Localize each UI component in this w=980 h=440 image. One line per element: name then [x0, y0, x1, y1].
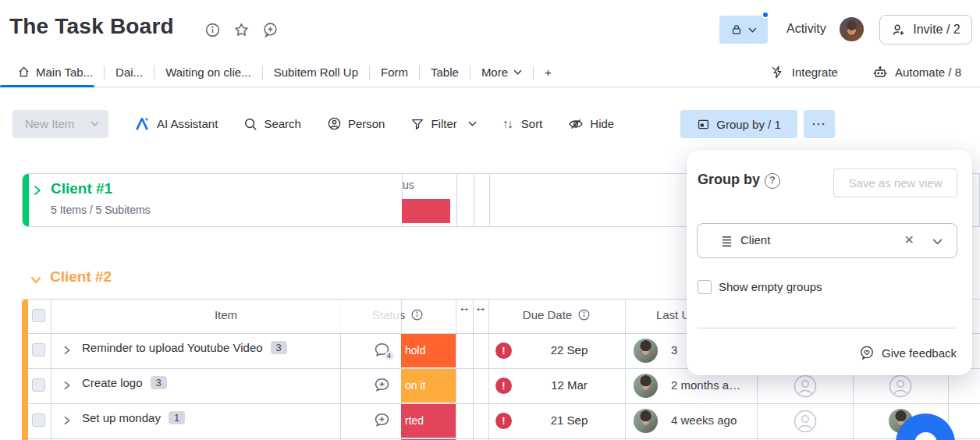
group-by-popup: Group by ? Save as new view Client ✕ Sho…: [687, 150, 972, 375]
conversation-button[interactable]: 4: [362, 341, 401, 359]
save-as-new-view-button[interactable]: Save as new view: [833, 169, 957, 197]
group-color-bar: [22, 299, 28, 440]
automate-button[interactable]: Automate / 8: [872, 65, 961, 80]
new-item-button[interactable]: New Item: [12, 110, 108, 138]
activity-button[interactable]: Activity: [786, 22, 826, 36]
tab-form[interactable]: Form: [370, 66, 419, 79]
empty-person-icon[interactable]: [794, 374, 817, 398]
tab-bar: Main Tab... Dai... Waiting on clie... Su…: [0, 58, 980, 87]
funnel-icon: [410, 117, 424, 131]
row-checkbox[interactable]: [32, 378, 45, 392]
status-label: rted: [405, 414, 424, 427]
tab-table[interactable]: Table: [420, 66, 470, 79]
board-permissions-button[interactable]: [719, 16, 768, 44]
clear-field-icon[interactable]: ✕: [904, 232, 914, 247]
hide-button[interactable]: Hide: [568, 116, 614, 132]
due-date-cell[interactable]: 12 Mar: [513, 378, 625, 392]
add-conversation-button[interactable]: [362, 411, 401, 429]
chat-widget-logo: [914, 432, 937, 440]
chevron-down-icon[interactable]: [932, 238, 943, 245]
integrate-button[interactable]: Integrate: [770, 65, 838, 80]
add-conversation-button[interactable]: [362, 376, 401, 394]
item-name-cell[interactable]: Reminder to upload Youtube Video 3: [82, 341, 287, 354]
item-name-cell[interactable]: Create logo 3: [82, 376, 167, 389]
status-cell[interactable]: rted: [401, 404, 456, 438]
tab-subitem-roll-up[interactable]: Subitem Roll Up: [263, 66, 369, 79]
group-by-button[interactable]: Group by / 1: [680, 110, 797, 138]
group-title[interactable]: Client #1: [51, 180, 112, 197]
column-divider: [456, 299, 456, 440]
subitem-count-badge: 3: [151, 376, 167, 389]
tab-label: Waiting on clie...: [165, 66, 251, 79]
plus-icon: +: [545, 66, 552, 79]
column-resize-handle[interactable]: ↔: [456, 300, 473, 314]
empty-person-icon[interactable]: [889, 374, 912, 398]
tab-label: Subitem Roll Up: [274, 66, 358, 79]
person-icon: [327, 116, 342, 131]
column-fade-overlay: [318, 300, 401, 332]
tab-daily[interactable]: Dai...: [105, 66, 154, 79]
filter-button[interactable]: Filter: [410, 117, 476, 131]
expand-item-chevron-icon[interactable]: [62, 345, 73, 356]
expand-group-chevron-icon[interactable]: [31, 184, 44, 197]
ai-assistant-label: AI Assistant: [157, 117, 218, 130]
group-title[interactable]: Client #2: [50, 268, 112, 286]
status-label: on it: [405, 379, 425, 392]
group-by-field-select[interactable]: Client ✕: [697, 223, 957, 258]
last-updated-cell: 2 months a…: [671, 378, 740, 392]
search-icon: [243, 117, 257, 131]
group-by-icon: [697, 118, 710, 131]
status-cell[interactable]: on it: [401, 369, 456, 403]
expand-item-chevron-icon[interactable]: [62, 380, 73, 391]
sort-button[interactable]: ↑↓ Sort: [502, 117, 543, 131]
filter-label: Filter: [431, 117, 456, 130]
tab-main-table[interactable]: Main Tab...: [12, 66, 104, 79]
chevron-down-icon: [91, 121, 99, 126]
person-filter-button[interactable]: Person: [327, 116, 385, 131]
avatar[interactable]: [840, 17, 864, 41]
status-cell[interactable]: hold: [401, 334, 456, 367]
row-checkbox[interactable]: [32, 343, 45, 357]
chat-bubble-plus-icon: [373, 411, 391, 429]
column-divider: [489, 174, 490, 226]
feedback-bubble-icon[interactable]: [262, 22, 279, 38]
help-icon[interactable]: ?: [765, 173, 780, 189]
ai-assistant-button[interactable]: AI Assistant: [134, 115, 218, 132]
favorite-star-icon[interactable]: [233, 22, 250, 38]
row-checkbox[interactable]: [32, 413, 45, 427]
overdue-warning-icon: !: [495, 413, 512, 429]
info-icon: [410, 308, 424, 321]
due-date-cell[interactable]: 22 Sep: [513, 343, 625, 357]
empty-person-icon[interactable]: [794, 410, 817, 433]
board-page: The Task Board Activity: [0, 0, 980, 440]
item-name: Set up monday: [82, 411, 161, 424]
give-feedback-button[interactable]: Give feedback: [859, 345, 957, 360]
tab-more-dropdown[interactable]: More: [470, 66, 533, 79]
add-view-button[interactable]: +: [534, 66, 563, 79]
select-all-checkbox[interactable]: [32, 309, 45, 322]
sort-label: Sort: [521, 117, 543, 130]
invite-button[interactable]: Invite / 2: [879, 15, 972, 44]
tab-waiting-on-client[interactable]: Waiting on clie...: [154, 66, 262, 79]
integrate-icon: [770, 65, 785, 80]
subitem-count-badge: 3: [271, 341, 287, 354]
show-empty-groups-label[interactable]: Show empty groups: [719, 280, 822, 293]
column-header-due-date[interactable]: Due Date: [488, 308, 625, 321]
avatar[interactable]: [634, 409, 658, 433]
avatar[interactable]: [634, 339, 658, 363]
expand-item-chevron-icon[interactable]: [62, 415, 73, 426]
toolbar-more-button[interactable]: ⋯: [804, 110, 835, 138]
invite-person-icon: [891, 23, 906, 37]
subitem-count-badge: 1: [169, 411, 185, 424]
status-distribution-bar[interactable]: [402, 199, 450, 223]
due-date-cell[interactable]: 21 Sep: [513, 413, 625, 427]
column-resize-handle[interactable]: ↔: [473, 300, 488, 314]
search-button[interactable]: Search: [243, 117, 301, 131]
group-summary: 5 Items / 5 Subitems: [51, 204, 151, 216]
show-empty-groups-checkbox[interactable]: [698, 280, 712, 294]
info-icon[interactable]: [204, 22, 221, 38]
collapse-group-chevron-icon[interactable]: [30, 274, 42, 286]
item-name-cell[interactable]: Set up monday 1: [82, 411, 185, 424]
chevron-down-icon: [748, 27, 757, 33]
avatar[interactable]: [634, 374, 658, 398]
